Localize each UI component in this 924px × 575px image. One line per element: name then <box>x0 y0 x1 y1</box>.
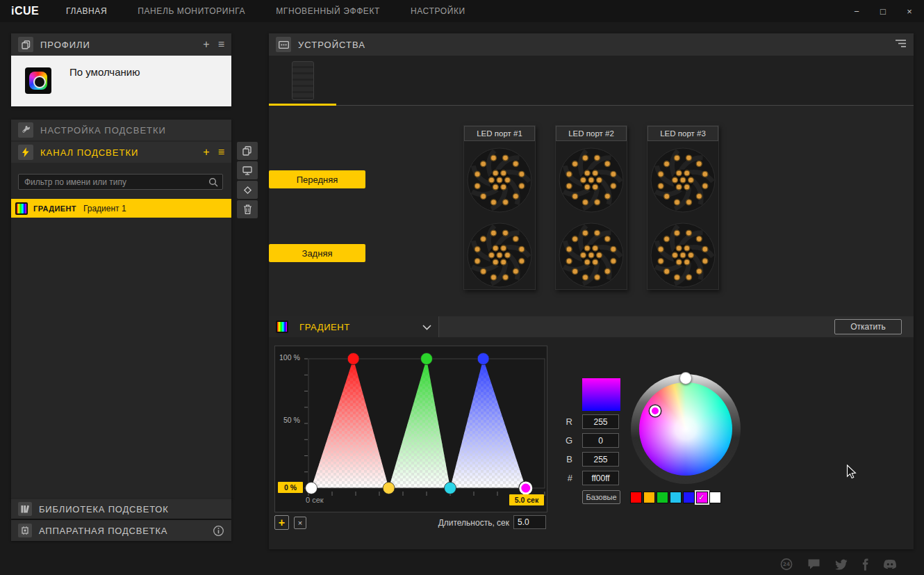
color-swatch[interactable] <box>657 492 668 503</box>
diamond-icon <box>242 185 253 195</box>
hex-label: # <box>557 473 572 483</box>
lightning-icon <box>18 145 33 160</box>
icue-window: iCUE ГЛАВНАЯ ПАНЕЛЬ МОНИТОРИНГА МГНОВЕНН… <box>0 0 924 575</box>
color-swatch[interactable] <box>709 492 721 503</box>
main-menu: ГЛАВНАЯ ПАНЕЛЬ МОНИТОРИНГА МГНОВЕННЫЙ ЭФ… <box>66 0 465 22</box>
duplicate-button[interactable] <box>237 142 258 160</box>
gradient-timeline-panel[interactable]: 100 % 50 % 0 % 0 сек 5.0 сек <box>274 346 547 512</box>
menu-item-settings[interactable]: НАСТРОЙКИ <box>411 6 465 16</box>
library-icon <box>18 502 32 516</box>
color-swatch[interactable] <box>643 492 655 503</box>
color-wheel[interactable] <box>631 374 741 484</box>
menu-item-home[interactable]: ГЛАВНАЯ <box>66 6 107 16</box>
trash-icon <box>243 204 252 214</box>
profile-logo-icon <box>25 67 51 94</box>
rollback-button[interactable]: Откатить <box>834 319 902 334</box>
devices-header: УСТРОЙСТВА <box>269 33 914 56</box>
duplicate-icon <box>242 146 252 156</box>
discord-icon[interactable] <box>882 559 898 570</box>
svg-text:24: 24 <box>783 561 790 567</box>
effect-filter <box>18 174 223 190</box>
profile-name: По умолчанию <box>69 66 140 78</box>
remove-stop-button[interactable]: × <box>294 517 306 529</box>
g-label: G <box>557 435 572 446</box>
device-tab[interactable] <box>283 60 322 101</box>
r-label: R <box>557 416 572 427</box>
color-preview <box>582 378 620 411</box>
gradient-plot[interactable] <box>308 359 545 488</box>
hue-wheel[interactable] <box>639 382 732 476</box>
hardware-lighting-row[interactable]: АППАРАТНАЯ ПОДСВЕТКА <box>11 520 231 541</box>
channel-menu-button[interactable]: ≡ <box>218 147 224 158</box>
profiles-panel: ПРОФИЛИ + ≡ По умолчанию <box>11 33 231 106</box>
add-stop-button[interactable]: + <box>274 515 289 530</box>
delete-effect-button[interactable] <box>237 200 258 218</box>
basic-colors-button[interactable]: Базовые <box>582 490 620 504</box>
y-axis-label-100: 100 % <box>279 353 300 362</box>
brightness-knob[interactable] <box>679 372 692 384</box>
filter-input[interactable] <box>18 174 223 190</box>
chip-icon <box>18 524 32 537</box>
back-zone-button[interactable]: Задняя <box>269 244 365 262</box>
effect-type-dropdown[interactable]: ГРАДИЕНТ <box>269 316 439 337</box>
color-swatch[interactable] <box>683 492 695 503</box>
hardware-label: АППАРАТНАЯ ПОДСВЕТКА <box>39 526 167 536</box>
front-zone-button[interactable]: Передняя <box>269 170 365 188</box>
menu-item-instant-lighting[interactable]: МГНОВЕННЫЙ ЭФФЕКТ <box>276 6 380 16</box>
color-swatch[interactable] <box>630 492 642 503</box>
menu-item-dashboard[interactable]: ПАНЕЛЬ МОНИТОРИНГА <box>138 6 245 16</box>
chat-icon[interactable] <box>807 558 820 570</box>
move-to-device-button[interactable] <box>237 161 258 179</box>
profiles-menu-button[interactable]: ≡ <box>218 39 224 50</box>
color-swatch[interactable]: ✓ <box>696 492 708 503</box>
lighting-library-row[interactable]: БИБЛИОТЕКА ПОДСВЕТОК <box>11 499 231 519</box>
hex-input[interactable] <box>582 471 619 485</box>
profiles-header: ПРОФИЛИ + ≡ <box>11 33 231 56</box>
devices-icon <box>276 37 291 52</box>
window-controls: − □ × <box>852 0 914 22</box>
device-canvas: Передняя Задняя LED порт #1 LED порт #2 … <box>269 106 914 306</box>
device-filter-icon[interactable] <box>895 38 907 51</box>
swatch-row: ✓ <box>630 492 721 503</box>
g-input[interactable] <box>582 433 619 448</box>
solid-shape-button[interactable] <box>237 181 258 199</box>
led-port-panel[interactable]: LED порт #2 <box>555 125 627 290</box>
close-button[interactable]: × <box>905 6 914 17</box>
lighting-setup-header[interactable]: НАСТРОЙКА ПОДСВЕТКИ <box>11 120 231 140</box>
titlebar: iCUE ГЛАВНАЯ ПАНЕЛЬ МОНИТОРИНГА МГНОВЕНН… <box>0 0 924 22</box>
r-input[interactable] <box>582 414 619 429</box>
add-profile-button[interactable]: + <box>203 39 209 50</box>
led-port-panel[interactable]: LED порт #1 <box>463 125 536 290</box>
hue-selector-handle[interactable] <box>650 405 661 416</box>
info-icon[interactable] <box>213 525 224 537</box>
channel-row-hex: # <box>557 471 654 485</box>
effect-list-item-gradient[interactable]: ГРАДИЕНТ Градиент 1 <box>11 199 231 218</box>
effect-type-value: ГРАДИЕНТ <box>299 322 350 332</box>
library-label: БИБЛИОТЕКА ПОДСВЕТОК <box>39 504 169 515</box>
effect-name-label: Градиент 1 <box>83 204 126 213</box>
devices-title: УСТРОЙСТВА <box>298 40 365 50</box>
minimize-button[interactable]: − <box>852 6 861 17</box>
lighting-channel-title: КАНАЛ ПОДСВЕТКИ <box>40 147 138 158</box>
add-effect-button[interactable]: + <box>203 147 209 158</box>
led-port-label: LED порт #1 <box>464 126 535 141</box>
footer-social-bar: 24 <box>779 558 898 571</box>
profile-item-default[interactable]: По умолчанию <box>11 56 231 106</box>
b-label: B <box>557 454 572 464</box>
duration-input[interactable] <box>513 515 546 529</box>
led-port-label: LED порт #3 <box>647 126 718 141</box>
maximize-button[interactable]: □ <box>878 6 888 17</box>
color-swatch[interactable] <box>670 492 682 503</box>
lighting-channel-header[interactable]: КАНАЛ ПОДСВЕТКИ + ≡ <box>11 142 231 163</box>
b-input[interactable] <box>582 452 619 467</box>
search-icon <box>208 177 218 190</box>
led-port-panel[interactable]: LED порт #3 <box>647 125 719 290</box>
effect-type-label: ГРАДИЕНТ <box>33 204 76 213</box>
effect-toolbar <box>237 142 258 218</box>
facebook-icon[interactable] <box>861 558 868 571</box>
y-axis-label-50: 50 % <box>283 416 300 424</box>
twitter-icon[interactable] <box>834 559 848 570</box>
support-24-icon[interactable]: 24 <box>779 558 793 571</box>
device-tab-thumbnail <box>292 61 314 100</box>
x-axis-badge-end: 5.0 сек <box>509 494 544 505</box>
